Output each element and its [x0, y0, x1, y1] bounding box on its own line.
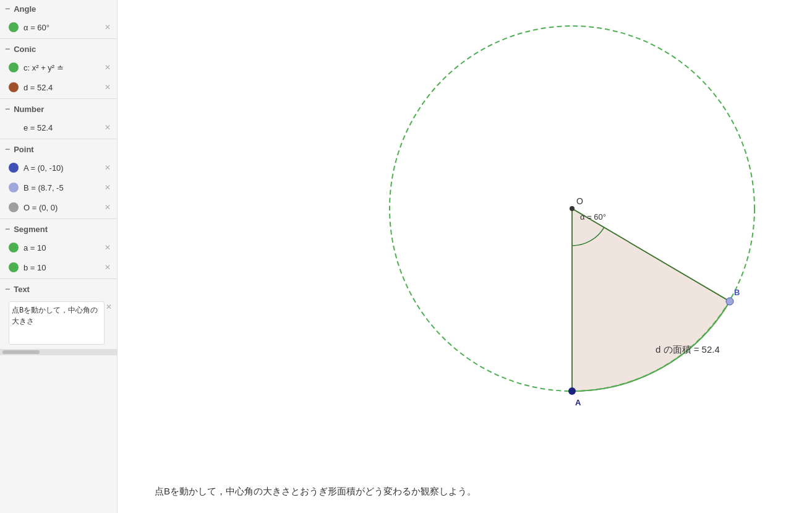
label-B-text: B	[734, 288, 740, 297]
dot-A	[9, 163, 19, 173]
sidebar-item-seg-a: a = 10 ✕	[0, 238, 117, 257]
label-seg-a: a = 10	[24, 243, 103, 252]
point-A-dot[interactable]	[568, 387, 576, 395]
sidebar-horizontal-scrollbar[interactable]	[0, 349, 117, 355]
section-number[interactable]: − Number	[0, 100, 117, 118]
collapse-number-icon: −	[5, 104, 10, 114]
close-e-button[interactable]: ✕	[103, 122, 112, 133]
sidebar-item-c: c: x² + y² ≐ ✕	[0, 58, 117, 77]
label-O: O = (0, 0)	[24, 203, 103, 212]
sidebar-item-alpha: α = 60° ✕	[0, 17, 117, 37]
sidebar-scrollbar-thumb	[2, 350, 40, 354]
section-segment-label: Segment	[14, 225, 48, 234]
text-item: 点Bを動かして，中心角の大きさ ✕	[0, 298, 117, 349]
collapse-segment-icon: −	[5, 224, 10, 234]
label-O-text: O	[576, 196, 583, 206]
section-angle-label: Angle	[14, 4, 36, 14]
close-alpha-button[interactable]: ✕	[103, 22, 112, 33]
dot-alpha	[9, 22, 19, 32]
collapse-point-icon: −	[5, 144, 10, 154]
dot-c	[9, 63, 19, 72]
collapse-text-icon: −	[5, 284, 10, 294]
section-angle[interactable]: − Angle	[0, 0, 117, 17]
point-O-dot[interactable]	[570, 206, 575, 211]
close-O-button[interactable]: ✕	[103, 202, 112, 213]
sidebar-item-B: B = (8.7, -5 ✕	[0, 178, 117, 197]
section-point-label: Point	[14, 145, 34, 154]
section-number-label: Number	[14, 105, 44, 114]
label-c: c: x² + y² ≐	[24, 63, 103, 72]
label-B: B = (8.7, -5	[24, 183, 103, 192]
main-canvas-area[interactable]: O α = 60° A B d の面積 = 52.4 点Bを動かして，中心角の大…	[118, 0, 812, 513]
label-alpha-text: α = 60°	[580, 212, 606, 222]
text-textarea[interactable]: 点Bを動かして，中心角の大きさ	[9, 301, 105, 345]
section-text[interactable]: − Text	[0, 280, 117, 298]
point-B-dot[interactable]	[726, 298, 733, 305]
label-e: e = 52.4	[9, 123, 103, 132]
sidebar-item-A: A = (0, -10) ✕	[0, 158, 117, 178]
label-seg-b: b = 10	[24, 263, 103, 272]
section-text-label: Text	[14, 285, 30, 294]
geometry-svg: O α = 60° A B d の面積 = 52.4	[118, 0, 812, 513]
dot-seg-a	[9, 243, 19, 252]
dot-B	[9, 183, 19, 192]
collapse-angle-icon: −	[5, 4, 10, 14]
close-text-button[interactable]: ✕	[106, 303, 112, 311]
close-A-button[interactable]: ✕	[103, 162, 112, 173]
label-A-text: A	[575, 398, 581, 407]
sidebar-item-d: d = 52.4 ✕	[0, 77, 117, 97]
close-seg-b-button[interactable]: ✕	[103, 262, 112, 273]
area-label-text: d の面積 = 52.4	[656, 344, 720, 355]
dot-O	[9, 202, 19, 212]
close-d-button[interactable]: ✕	[103, 82, 112, 93]
sector-d	[572, 209, 730, 391]
section-point[interactable]: − Point	[0, 140, 117, 158]
section-conic-label: Conic	[14, 45, 36, 54]
dot-d	[9, 82, 19, 92]
label-d: d = 52.4	[24, 83, 103, 92]
collapse-conic-icon: −	[5, 44, 10, 54]
sidebar-item-e: e = 52.4 ✕	[0, 118, 117, 137]
dot-seg-b	[9, 262, 19, 272]
section-segment[interactable]: − Segment	[0, 220, 117, 238]
sidebar: − Angle α = 60° ✕ − Conic c: x² + y² ≐ ✕…	[0, 0, 118, 513]
close-c-button[interactable]: ✕	[103, 62, 112, 73]
label-A: A = (0, -10)	[24, 163, 103, 173]
close-seg-a-button[interactable]: ✕	[103, 242, 112, 253]
close-B-button[interactable]: ✕	[103, 182, 112, 193]
sidebar-item-O: O = (0, 0) ✕	[0, 197, 117, 217]
sidebar-item-seg-b: b = 10 ✕	[0, 257, 117, 277]
label-alpha: α = 60°	[24, 23, 103, 32]
section-conic[interactable]: − Conic	[0, 40, 117, 58]
